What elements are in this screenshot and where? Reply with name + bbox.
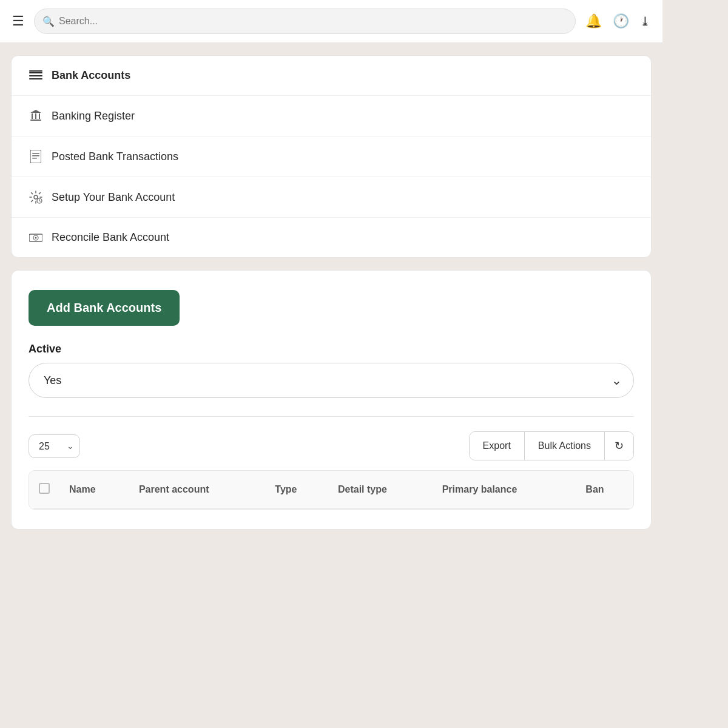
search-input[interactable] bbox=[34, 8, 576, 34]
table-header-primary-balance: Primary balance bbox=[433, 471, 576, 509]
top-nav: ☰ 🔍 🔔 🕐 ⤓ bbox=[0, 0, 662, 43]
table-header-parent-account: Parent account bbox=[129, 471, 265, 509]
search-icon: 🔍 bbox=[42, 16, 55, 27]
reconcile-icon bbox=[29, 233, 43, 243]
bank-accounts-label: Bank Accounts bbox=[52, 69, 130, 82]
export-button[interactable]: Export bbox=[470, 432, 525, 460]
content-card: Add Bank Accounts Active Yes No All ⌄ 25… bbox=[11, 270, 652, 530]
table-actions: Export Bulk Actions ↻ bbox=[469, 431, 634, 460]
setup-icon bbox=[29, 190, 43, 204]
select-all-checkbox[interactable] bbox=[39, 483, 50, 494]
per-page-wrapper: 25 50 100 ⌄ bbox=[29, 434, 80, 458]
svg-rect-1 bbox=[29, 75, 42, 76]
sidebar-item-bank-accounts[interactable]: Bank Accounts bbox=[12, 56, 651, 96]
table-header-row: Name Parent account Type Detail type Pri bbox=[29, 471, 633, 509]
bulk-actions-button[interactable]: Bulk Actions bbox=[525, 432, 605, 460]
svg-rect-2 bbox=[29, 78, 42, 79]
svg-rect-0 bbox=[29, 72, 42, 73]
svg-rect-8 bbox=[30, 150, 41, 163]
svg-rect-10 bbox=[32, 155, 39, 157]
posted-transactions-icon bbox=[29, 150, 43, 163]
hamburger-icon[interactable]: ☰ bbox=[12, 15, 24, 28]
svg-point-16 bbox=[35, 237, 37, 238]
svg-rect-4 bbox=[32, 113, 33, 119]
banking-register-icon bbox=[29, 109, 43, 123]
refresh-button[interactable]: ↻ bbox=[605, 432, 633, 460]
search-wrapper: 🔍 bbox=[34, 8, 576, 34]
svg-point-12 bbox=[34, 195, 38, 199]
setup-bank-label: Setup Your Bank Account bbox=[52, 191, 175, 204]
table-header-checkbox bbox=[29, 471, 59, 509]
sidebar-item-banking-register[interactable]: Banking Register bbox=[12, 96, 651, 136]
add-bank-accounts-button[interactable]: Add Bank Accounts bbox=[29, 290, 180, 326]
per-page-select[interactable]: 25 50 100 bbox=[29, 434, 80, 458]
menu-card: Bank Accounts Banking Register bbox=[11, 55, 652, 258]
nav-icons: 🔔 🕐 ⤓ bbox=[585, 13, 650, 29]
posted-transactions-label: Posted Bank Transactions bbox=[52, 150, 178, 163]
main-content: Bank Accounts Banking Register bbox=[0, 43, 662, 542]
table-header-type: Type bbox=[265, 471, 328, 509]
active-dropdown[interactable]: Yes No All bbox=[29, 363, 634, 398]
active-dropdown-wrapper: Yes No All ⌄ bbox=[29, 363, 634, 398]
table-header-detail-type: Detail type bbox=[328, 471, 433, 509]
history-icon[interactable]: 🕐 bbox=[613, 13, 629, 29]
reconcile-label: Reconcile Bank Account bbox=[52, 231, 169, 244]
sidebar-item-setup-bank-account[interactable]: Setup Your Bank Account bbox=[12, 177, 651, 218]
table-container: Name Parent account Type Detail type Pri bbox=[29, 470, 634, 510]
bank-accounts-icon bbox=[29, 70, 43, 81]
bank-accounts-table: Name Parent account Type Detail type Pri bbox=[29, 471, 633, 509]
svg-rect-3 bbox=[29, 70, 42, 72]
svg-rect-11 bbox=[32, 158, 37, 159]
divider bbox=[29, 416, 634, 417]
sidebar-item-reconcile-bank-account[interactable]: Reconcile Bank Account bbox=[12, 218, 651, 257]
svg-rect-5 bbox=[35, 113, 36, 119]
table-toolbar: 25 50 100 ⌄ Export Bulk Actions ↻ bbox=[29, 431, 634, 460]
svg-rect-6 bbox=[39, 113, 40, 119]
sidebar-item-posted-bank-transactions[interactable]: Posted Bank Transactions bbox=[12, 136, 651, 177]
active-filter-label: Active bbox=[29, 343, 634, 356]
table-header-name: Name bbox=[59, 471, 129, 509]
svg-rect-9 bbox=[32, 153, 39, 154]
svg-rect-7 bbox=[30, 120, 41, 121]
notification-icon[interactable]: 🔔 bbox=[585, 13, 602, 29]
banking-register-label: Banking Register bbox=[52, 110, 135, 123]
table-header-ban: Ban bbox=[576, 471, 633, 509]
user-menu-chevron-icon[interactable]: ⤓ bbox=[640, 14, 650, 29]
